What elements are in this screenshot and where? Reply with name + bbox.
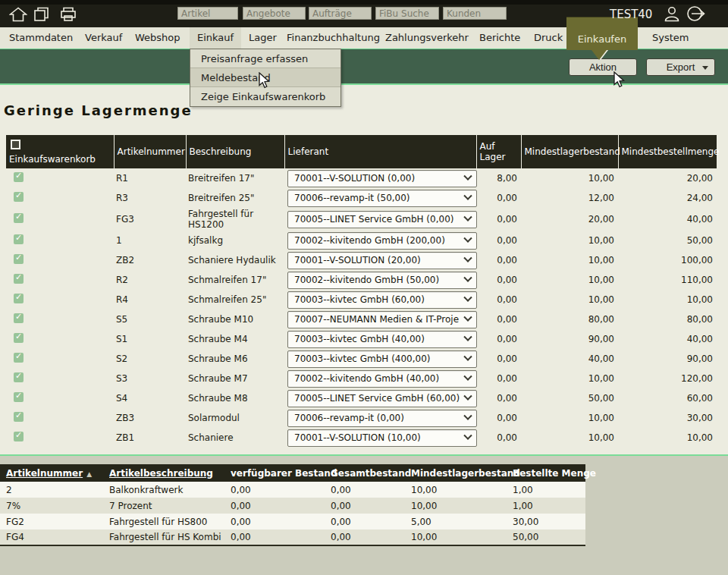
row-checkbox-checked[interactable] [14, 234, 24, 244]
column-header-gesamtbestand: Gesamtbestand [328, 464, 408, 482]
cart-cell [6, 388, 114, 408]
lieferant-select[interactable]: 70001--V-SOLUTION (10,00) [287, 429, 477, 447]
menu-item-meldebestand[interactable]: Meldebestand [190, 68, 340, 87]
menu-finanzbuchhaltung[interactable]: Finanzbuchhaltung [287, 27, 380, 49]
column-header-mindestbestellmenge: Mindestbestellmenge [618, 135, 717, 168]
sort-link-artikelnummer[interactable]: Artikelnummer [6, 468, 83, 479]
export-button[interactable]: Export [646, 58, 715, 76]
row-checkbox-checked[interactable] [14, 313, 24, 323]
row-checkbox-checked[interactable] [14, 333, 24, 343]
row-checkbox-checked[interactable] [14, 392, 24, 402]
menu-webshop[interactable]: Webshop [135, 27, 180, 49]
report-row: FG4Fahrgestell für HS Kombi0,000,0010,00… [0, 529, 585, 545]
column-header-lieferant: Lieferant [284, 135, 476, 168]
row-checkbox-checked[interactable] [14, 372, 24, 382]
auftraege-search-input[interactable] [309, 7, 372, 20]
menu-druck[interactable]: Druck [534, 27, 563, 49]
logout-icon[interactable] [686, 5, 706, 22]
artikelnummer-cell: ZB1 [114, 428, 186, 448]
table-row: R4Schmalreifen 25"70003--kivtec GmbH (60… [6, 290, 717, 309]
lieferant-cell: 70003--kivtec GmbH (60,00) [284, 290, 476, 309]
report-cell: 10,00 [408, 529, 510, 545]
report-cell: 10,00 [408, 482, 510, 498]
lieferant-select[interactable]: 70006--revamp-it (0,00) [287, 410, 477, 427]
row-checkbox-checked[interactable] [14, 192, 24, 202]
table-row: S1Schraube M470003--kivtec GmbH (40,00)0… [6, 329, 717, 349]
lieferant-select[interactable]: 70002--kivitendo GmbH (50,00) [287, 272, 477, 289]
report-cell: 0,00 [328, 529, 408, 545]
cart-cell [6, 329, 114, 349]
lieferant-select-value: 70003--kivtec GmbH (60,00) [294, 294, 425, 305]
select-all-checkbox[interactable] [11, 140, 20, 149]
cart-cell [6, 369, 114, 388]
lieferant-select[interactable]: 70003--kivtec GmbH (400,00) [287, 350, 477, 368]
print-icon[interactable] [59, 7, 77, 22]
mindestbestellmenge-cell: 10,00 [618, 428, 717, 448]
report-cell: 0,00 [228, 498, 328, 514]
report-cell: 1,00 [510, 498, 585, 514]
fibu-search-input[interactable] [375, 7, 439, 20]
row-checkbox-checked[interactable] [14, 172, 24, 182]
lieferant-select[interactable]: 70003--kivtec GmbH (60,00) [287, 291, 477, 309]
sort-link-artikelbeschreibung[interactable]: Artikelbeschreibung [109, 468, 213, 479]
menu-stammdaten[interactable]: Stammdaten [9, 27, 73, 49]
angebote-search-input[interactable] [243, 7, 306, 20]
lieferant-select[interactable]: 70005--LINET Service GmbH (60,00) [287, 390, 477, 407]
chevron-down-icon [463, 392, 472, 401]
menu-einkauf[interactable]: Einkauf [190, 27, 241, 49]
mindestlagerbestand-cell: 10,00 [521, 168, 618, 188]
menu-item-preisanfrage-erfassen[interactable]: Preisanfrage erfassen [190, 49, 340, 68]
home-icon[interactable] [9, 7, 27, 22]
row-checkbox-checked[interactable] [14, 274, 24, 284]
menu-lager[interactable]: Lager [249, 27, 277, 49]
auf-lager-cell: 0,00 [476, 388, 521, 408]
aktion-button[interactable]: Aktion [569, 58, 637, 76]
report-cell: 0,00 [328, 514, 408, 529]
lieferant-select[interactable]: 70003--kivtec GmbH (40,00) [287, 331, 477, 348]
table-row: S2Schraube M670003--kivtec GmbH (400,00)… [6, 349, 717, 369]
mindestbestellmenge-cell: 80,00 [618, 309, 717, 329]
beschreibung-cell: Schaniere Hydaulik [186, 250, 284, 270]
row-checkbox-checked[interactable] [14, 432, 24, 441]
kunden-search-input[interactable] [443, 7, 507, 20]
mindestbestellmenge-cell: 40,00 [618, 329, 717, 349]
menu-item-zeige-einkaufswarenkorb[interactable]: Zeige Einkaufswarenkorb [190, 87, 340, 106]
menu-zahlungsverkehr[interactable]: Zahlungsverkehr [385, 27, 469, 49]
lieferant-select[interactable]: 70007--NEUMANN Medien & IT-Proje [287, 311, 477, 328]
lieferant-select-value: 70002--kivitendo GmbH (200,00) [294, 235, 445, 246]
row-checkbox-checked[interactable] [14, 412, 24, 422]
auf-lager-cell: 0,00 [476, 369, 521, 388]
lieferant-select-value: 70007--NEUMANN Medien & IT-Proje [294, 314, 459, 325]
menu-berichte[interactable]: Berichte [479, 27, 520, 49]
column-header-auf-lager: Auf Lager [476, 135, 521, 168]
row-checkbox-checked[interactable] [14, 353, 24, 363]
row-checkbox-checked[interactable] [14, 254, 24, 264]
lieferant-cell: 70001--V-SOLUTION (0,00) [284, 168, 476, 188]
new-window-icon[interactable] [33, 7, 52, 22]
lieferant-select-value: 70001--V-SOLUTION (0,00) [294, 173, 415, 184]
artikel-search-input[interactable] [177, 7, 238, 20]
row-checkbox-checked[interactable] [14, 294, 24, 303]
menu-verkauf[interactable]: Verkauf [85, 27, 122, 49]
lieferant-cell: 70006--revamp-it (0,00) [284, 408, 476, 428]
einkaufen-tooltip: Einkaufen [566, 17, 638, 50]
lieferant-select-value: 70003--kivtec GmbH (400,00) [294, 353, 431, 364]
mindestbestellmenge-cell: 10,00 [618, 290, 717, 309]
lieferant-select-value: 70003--kivtec GmbH (40,00) [294, 334, 425, 344]
column-header-artikelnummer: Artikelnummer [114, 135, 186, 168]
user-icon[interactable] [663, 5, 681, 22]
mindestbestellmenge-cell: 20,00 [618, 168, 717, 188]
lieferant-select[interactable]: 70002--kivitendo GmbH (40,00) [287, 370, 477, 388]
table-row: ZB2Schaniere Hydaulik70001--V-SOLUTION (… [6, 250, 717, 270]
lieferant-select[interactable]: 70002--kivitendo GmbH (200,00) [287, 232, 477, 250]
chevron-down-icon [463, 333, 472, 341]
row-checkbox-checked[interactable] [14, 213, 24, 223]
menu-system[interactable]: System [652, 27, 689, 49]
lieferant-select[interactable]: 70005--LINET Service GmbH (0,00) [287, 211, 477, 228]
mindestlagerbestand-cell: 10,00 [521, 290, 618, 309]
artikelnummer-cell: FG3 [114, 208, 186, 231]
lieferant-select[interactable]: 70006--revamp-it (50,00) [287, 190, 477, 207]
lieferant-select[interactable]: 70001--V-SOLUTION (20,00) [287, 252, 477, 269]
lieferant-select[interactable]: 70001--V-SOLUTION (0,00) [287, 170, 477, 187]
mindestbestellmenge-cell: 90,00 [618, 349, 717, 369]
